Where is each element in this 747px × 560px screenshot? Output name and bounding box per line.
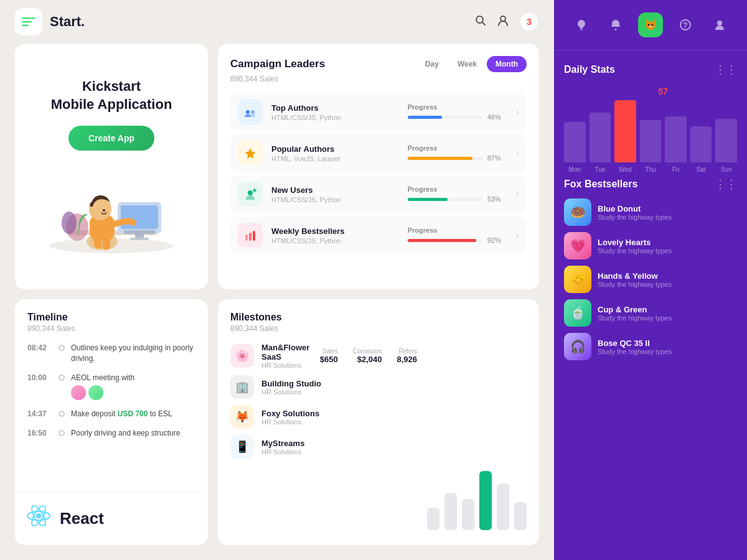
- svg-point-42: [651, 24, 653, 26]
- fox-item-info: Cup & Green Study the highway types: [598, 305, 737, 322]
- campaign-title: Campaign Leaders: [230, 58, 416, 70]
- chart-bar-wed: [614, 100, 636, 162]
- svg-rect-10: [135, 233, 144, 238]
- nav-icon-user[interactable]: [707, 12, 732, 37]
- main-area: Start. 3 KickstartMobile Application Cre…: [0, 0, 554, 560]
- svg-point-19: [62, 212, 77, 234]
- timeline-dot: [59, 411, 65, 417]
- nav-icon-lightbulb[interactable]: [569, 12, 594, 37]
- progress-bar-fill: [408, 116, 442, 119]
- user-icon[interactable]: [497, 14, 509, 29]
- timeline-text: Poorly driving and keep structure: [71, 428, 180, 439]
- day-label-fri: Fri: [665, 166, 687, 173]
- milestone-info: Building Studio HR Solutions: [261, 379, 417, 396]
- campaign-subtitle: 890,344 Sales: [230, 75, 527, 83]
- nav-icon-help[interactable]: ?: [673, 12, 698, 37]
- row-arrow[interactable]: ›: [516, 189, 519, 200]
- chart-bar: [514, 502, 527, 530]
- row-progress: Progress 46%: [408, 103, 507, 121]
- campaign-header: Campaign Leaders Day Week Month: [230, 56, 527, 72]
- progress-bar-bg: [408, 157, 482, 160]
- fox-item-img: 💗: [564, 232, 591, 259]
- fox-item-name: Hands & Yellow: [598, 271, 737, 281]
- chart-bars: [564, 100, 737, 162]
- fox-item-info: Blue Donut Study the highway types: [598, 204, 737, 221]
- svg-point-5: [500, 16, 505, 21]
- svg-point-23: [251, 110, 255, 114]
- milestones-card: Milestones 890,344 Sales 🌸 Man&Flower Sa…: [218, 299, 539, 545]
- create-app-button[interactable]: Create App: [68, 126, 154, 151]
- svg-text:?: ?: [683, 21, 687, 30]
- progress-bar-bg: [408, 116, 482, 119]
- svg-rect-2: [22, 25, 29, 27]
- progress-bar-fill: [408, 157, 472, 160]
- list-item: 🌸 Man&Flower SaaS HR Solutions Sales $65…: [230, 343, 417, 369]
- logo-icon: [15, 8, 42, 35]
- react-label: React: [60, 509, 104, 528]
- milestone-info: MyStreams HR Solutions: [261, 439, 417, 455]
- svg-rect-20: [124, 230, 155, 234]
- row-info-popular-authors: Popular Authors HTML, VueJS, Laravel: [271, 144, 399, 162]
- chart-bar: [462, 499, 474, 530]
- campaign-rows: Top Authors HTML/CSS/JS, Python Progress…: [230, 93, 527, 254]
- list-item: 📱 MyStreams HR Solutions: [230, 435, 417, 459]
- chart-bar: [497, 483, 509, 530]
- svg-point-41: [647, 24, 649, 26]
- svg-rect-11: [130, 238, 149, 240]
- fox-item-img: 🎧: [564, 333, 591, 360]
- svg-rect-1: [22, 21, 32, 23]
- list-item: 16:50 Poorly driving and keep structure: [27, 428, 195, 439]
- fox-item-info: Hands & Yellow Study the highway types: [598, 271, 737, 288]
- header-icons: 3: [474, 12, 539, 32]
- list-item: 🤝 Hands & Yellow Study the highway types: [564, 266, 737, 293]
- search-icon[interactable]: [474, 14, 487, 29]
- nav-icon-notification[interactable]: [603, 12, 628, 37]
- milestone-sub: HR Solutions: [261, 418, 417, 426]
- chart-peak-value: 57: [564, 86, 737, 96]
- milestone-data: Sales $650 Comission $2,040 Refers 8,926: [320, 348, 417, 364]
- tab-month[interactable]: Month: [487, 56, 527, 72]
- row-progress: Progress 87%: [408, 144, 507, 162]
- table-row: Popular Authors HTML, VueJS, Laravel Pro…: [230, 134, 527, 172]
- more-options-icon-2[interactable]: ⋮⋮: [715, 177, 737, 191]
- row-arrow[interactable]: ›: [516, 230, 519, 241]
- fox-bestsellers-title: Fox Bestsellers: [564, 179, 715, 190]
- milestone-name: Foxy Solutions: [261, 409, 417, 418]
- timeline-card: Timeline 890,344 Sales 08:42 Outlines ke…: [15, 299, 208, 545]
- progress-bar-fill: [408, 198, 448, 201]
- milestone-icon: 📱: [230, 435, 254, 459]
- more-options-icon[interactable]: ⋮⋮: [715, 63, 737, 77]
- row-arrow[interactable]: ›: [516, 147, 519, 159]
- day-label-thu: Thu: [640, 166, 662, 173]
- sidebar-content: Daily Stats ⋮⋮ 57 Mon Tue Wed Thu Fri Sa…: [554, 50, 747, 560]
- timeline-title: Timeline: [27, 312, 195, 323]
- fox-item-name: Blue Donut: [598, 204, 737, 213]
- row-arrow[interactable]: ›: [516, 106, 519, 118]
- list-item: 🎧 Bose QC 35 II Study the highway types: [564, 333, 737, 360]
- fox-item-img: 🍩: [564, 198, 591, 226]
- list-item: 💗 Lovely Hearts Study the highway types: [564, 232, 737, 259]
- list-item: 🏢 Building Studio HR Solutions: [230, 375, 417, 399]
- avatar: [71, 385, 86, 400]
- svg-line-4: [482, 22, 486, 26]
- list-item: 14:37 Make deposit USD 700 to ESL: [27, 409, 195, 419]
- row-tags: HTML, VueJS, Laravel: [271, 155, 399, 162]
- row-info-new-users: New Users HTML/CSS/JS, Python: [271, 185, 399, 203]
- tab-day[interactable]: Day: [416, 56, 448, 72]
- campaign-card: Campaign Leaders Day Week Month 890,344 …: [218, 44, 539, 289]
- timeline-avatars: [71, 385, 134, 400]
- svg-rect-36: [580, 30, 582, 30]
- milestones-body: 🌸 Man&Flower SaaS HR Solutions Sales $65…: [230, 343, 527, 533]
- chart-bar-fri: [665, 116, 687, 162]
- tab-week[interactable]: Week: [449, 56, 486, 72]
- table-row: Weekly Bestsellers HTML/CSS/JS, Python P…: [230, 217, 527, 254]
- list-item: 🦊 Foxy Solutions HR Solutions: [230, 405, 417, 429]
- fox-item-sub: Study the highway types: [598, 213, 737, 221]
- list-item: 🍩 Blue Donut Study the highway types: [564, 198, 737, 226]
- row-info-top-authors: Top Authors HTML/CSS/JS, Python: [271, 103, 399, 121]
- nav-icon-fox[interactable]: [638, 12, 663, 37]
- fox-item-sub: Study the highway types: [598, 348, 737, 355]
- milestones-title: Milestones: [230, 312, 527, 323]
- row-icon-weekly-bestsellers: [238, 223, 263, 248]
- notification-badge[interactable]: 3: [519, 12, 539, 32]
